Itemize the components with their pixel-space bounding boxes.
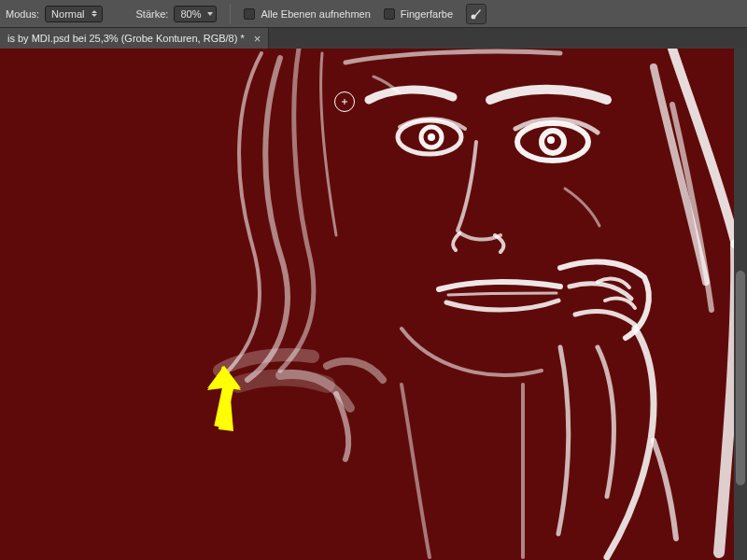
canvas-area[interactable]: [0, 49, 747, 560]
document-tab-bar: is by MDI.psd bei 25,3% (Grobe Konturen,…: [0, 28, 747, 49]
svg-point-6: [547, 136, 555, 144]
strength-value: 80%: [180, 8, 201, 20]
options-bar: Modus: Normal Stärke: 80% Alle Ebenen au…: [0, 0, 747, 28]
strength-input[interactable]: 80%: [174, 6, 217, 22]
pressure-size-button[interactable]: [466, 4, 486, 24]
chevron-down-icon: [207, 12, 213, 16]
strength-group: Stärke: 80%: [136, 6, 218, 22]
pen-pressure-icon: [470, 7, 483, 21]
mode-value: Normal: [51, 8, 84, 20]
sample-all-label: Alle Ebenen aufnehmen: [261, 8, 370, 20]
sample-all-checkbox[interactable]: [244, 8, 255, 20]
finger-paint-checkbox[interactable]: [384, 8, 395, 20]
finger-paint-label: Fingerfarbe: [401, 8, 453, 20]
finger-paint-group: Fingerfarbe: [384, 8, 453, 20]
sample-all-group: Alle Ebenen aufnehmen: [244, 8, 370, 20]
mode-group: Modus: Normal: [6, 6, 103, 22]
updown-icon: [90, 7, 99, 21]
vertical-scrollbar[interactable]: [734, 49, 747, 560]
strength-label: Stärke:: [136, 8, 169, 20]
svg-point-3: [428, 133, 435, 141]
mode-dropdown[interactable]: Normal: [45, 6, 102, 22]
mode-label: Modus:: [6, 8, 39, 20]
scrollbar-thumb[interactable]: [736, 271, 745, 485]
document-tab[interactable]: is by MDI.psd bei 25,3% (Grobe Konturen,…: [0, 28, 269, 49]
document-tab-title: is by MDI.psd bei 25,3% (Grobe Konturen,…: [7, 33, 245, 44]
divider: [230, 4, 231, 24]
artwork: [0, 49, 747, 560]
close-icon[interactable]: ×: [254, 33, 261, 45]
